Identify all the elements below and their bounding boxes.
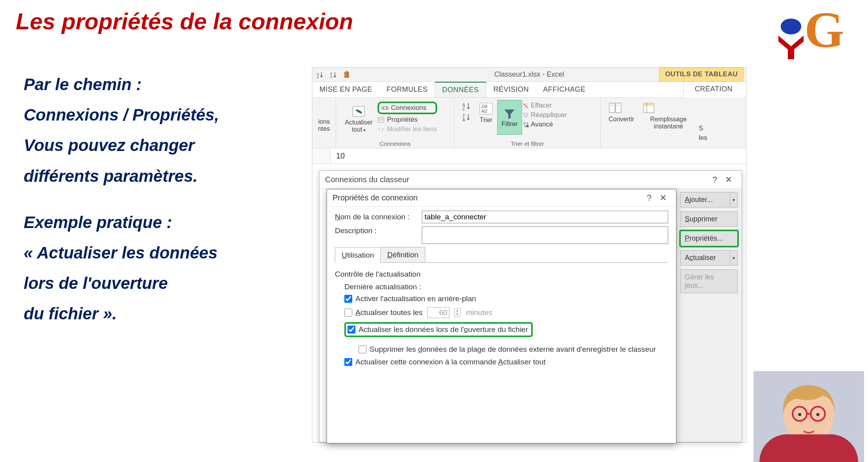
group-label: Trier et filtrer bbox=[455, 140, 600, 147]
funnel-icon bbox=[503, 107, 516, 121]
proprietes-button[interactable]: Propriétés bbox=[378, 116, 437, 124]
tab-mise-en-page[interactable]: MISE EN PAGE bbox=[312, 82, 380, 97]
sort-asc-button[interactable]: AZ bbox=[315, 69, 326, 80]
trier-button[interactable]: Z|AA|Z Trier bbox=[475, 100, 497, 124]
checkbox-label: Supprimer les données de la plage de don… bbox=[370, 345, 656, 354]
body-line: du fichier ». bbox=[24, 300, 292, 327]
body-line: différents paramètres. bbox=[24, 163, 292, 189]
body-line: Par le chemin : bbox=[24, 71, 292, 98]
actualiser-button[interactable]: Actualiser▾Actualiser bbox=[680, 250, 738, 266]
checkbox-refresh-all[interactable]: Actualiser cette connexion à la commande… bbox=[344, 358, 668, 366]
refresh-icon bbox=[340, 103, 378, 119]
sort-desc-button[interactable]: ZA bbox=[328, 69, 339, 80]
checkbox-bg-refresh[interactable]: Activer l'actualisation en arrière-plan bbox=[344, 294, 668, 303]
formula-bar: 10 bbox=[312, 148, 746, 164]
tab-formules[interactable]: FORMULES bbox=[380, 82, 435, 97]
close-button[interactable]: ✕ bbox=[656, 190, 671, 206]
svg-rect-34 bbox=[644, 103, 654, 106]
checkbox-interval[interactable]: Actualiser toutes les Actualiser toutes … bbox=[344, 307, 668, 318]
checkbox-label: Activer l'actualisation en arrière-plan bbox=[355, 294, 476, 303]
tab-definition[interactable]: Définition bbox=[380, 247, 425, 262]
checkbox-input[interactable] bbox=[344, 309, 352, 317]
tab-revision[interactable]: RÉVISION bbox=[486, 82, 536, 97]
svg-point-0 bbox=[781, 19, 801, 34]
tab-utilisation[interactable]: Utilisation bbox=[335, 247, 381, 263]
panel-content: Propriétés de connexion ? ✕ NNom de la c… bbox=[319, 189, 676, 442]
panel-title: Connexions du classeur bbox=[325, 175, 409, 184]
checkbox-input[interactable] bbox=[348, 326, 355, 334]
proprietes-connexion-dialog: Propriétés de connexion ? ✕ NNom de la c… bbox=[327, 189, 676, 443]
help-button[interactable]: ? bbox=[643, 190, 656, 206]
effacer-button[interactable]: Effacer bbox=[522, 102, 567, 109]
close-button[interactable]: ✕ bbox=[721, 172, 736, 187]
description-label: Description : bbox=[335, 226, 422, 235]
nom-input[interactable] bbox=[422, 211, 668, 223]
ribbon: ions ntes Actualiser tout ▾ Connexions P… bbox=[312, 98, 746, 148]
sort-desc-small[interactable]: ZA bbox=[462, 113, 472, 121]
tab-creation[interactable]: CRÉATION bbox=[683, 82, 744, 98]
svg-point-15 bbox=[383, 107, 384, 109]
tab-affichage[interactable]: AFFICHAGE bbox=[536, 82, 593, 97]
dropdown-arrow-icon[interactable]: ▾ bbox=[730, 251, 735, 265]
svg-rect-30 bbox=[616, 103, 621, 113]
reappliquer-button[interactable]: Réappliquer bbox=[522, 111, 567, 119]
checkbox-label: Actualiser toutes les bbox=[355, 308, 423, 317]
spinner-buttons[interactable]: ▲▼ bbox=[454, 308, 460, 317]
checkbox-input[interactable] bbox=[359, 345, 366, 353]
modifier-label: Modifier les liens bbox=[387, 125, 437, 133]
remplissage-button[interactable]: Remplissage instantané bbox=[638, 100, 699, 142]
connexions-button[interactable]: Connexions bbox=[378, 102, 437, 114]
body-line: Connexions / Propriétés, bbox=[24, 102, 292, 128]
clear-icon bbox=[522, 102, 529, 109]
filtrer-button[interactable]: Filtrer bbox=[497, 100, 522, 135]
body-line: Exemple pratique : bbox=[24, 209, 292, 236]
truncated-char: les bbox=[699, 134, 707, 142]
brand-logo: G bbox=[773, 4, 844, 59]
checkbox-refresh-on-open[interactable]: Actualiser les données lors de l'ouvertu… bbox=[344, 322, 533, 337]
group-label: Connexions bbox=[336, 140, 454, 147]
ribbon-group-connexions: Actualiser tout ▾ Connexions Propriétés … bbox=[336, 98, 455, 148]
help-button[interactable]: ? bbox=[708, 172, 721, 187]
checkbox-input[interactable] bbox=[344, 295, 352, 303]
proprietes-button[interactable]: Propriétés...Propriétés... bbox=[680, 231, 738, 246]
slide-title: Les propriétés de la connexion bbox=[16, 8, 353, 34]
convert-icon bbox=[609, 102, 634, 114]
advanced-icon bbox=[522, 121, 529, 128]
checkbox-label: Actualiser les données lors de l'ouvertu… bbox=[359, 325, 528, 334]
description-input[interactable] bbox=[422, 226, 668, 244]
truncated-label: ions bbox=[316, 118, 332, 125]
sort-asc-small[interactable]: AZ bbox=[462, 102, 472, 110]
refresh-all-button[interactable]: Actualiser tout ▾ bbox=[340, 100, 378, 133]
flashfill-icon bbox=[642, 102, 695, 114]
svg-point-16 bbox=[386, 107, 387, 109]
formula-value[interactable]: 10 bbox=[331, 151, 350, 160]
interval-spinner[interactable]: 60 bbox=[427, 307, 449, 318]
dropdown-arrow-icon[interactable]: ▾ bbox=[730, 192, 735, 207]
body-line: lors de l'ouverture bbox=[24, 270, 292, 296]
checkbox-remove-external[interactable]: Supprimer les données de la plage de don… bbox=[359, 345, 668, 354]
contextual-tab-label: OUTILS DE TABLEAU bbox=[659, 68, 744, 82]
supprimer-button[interactable]: SupprimerSupprimer bbox=[680, 211, 738, 227]
convertir-label: Convertir bbox=[609, 116, 634, 123]
convertir-button[interactable]: Convertir bbox=[605, 100, 638, 142]
avance-label: Avancé bbox=[531, 121, 553, 128]
controle-actualisation-group: Contrôle de l'actualisation Dernière act… bbox=[335, 270, 668, 366]
gerer-jeux-button: Gérer les jeux... bbox=[680, 270, 738, 293]
ajouter-button[interactable]: Ajouter...▾ Ajouter... bbox=[680, 192, 738, 207]
panel-titlebar: Connexions du classeur ? ✕ bbox=[319, 171, 742, 189]
dialog-titlebar: Propriétés de connexion ? ✕ bbox=[327, 189, 676, 207]
svg-point-6 bbox=[816, 413, 819, 416]
name-box[interactable] bbox=[312, 148, 331, 164]
paste-button[interactable] bbox=[342, 69, 353, 80]
ribbon-group-truncated: ions ntes bbox=[312, 98, 336, 148]
truncated-label: ntes bbox=[316, 125, 332, 132]
tab-donnees[interactable]: DONNÉES bbox=[435, 82, 487, 97]
svg-point-28 bbox=[526, 125, 529, 127]
proprietes-label: Propriétés bbox=[387, 116, 417, 124]
truncated-char: S bbox=[699, 124, 707, 132]
checkbox-input[interactable] bbox=[344, 358, 352, 366]
modifier-liens-button[interactable]: Modifier les liens bbox=[378, 125, 437, 133]
avance-button[interactable]: Avancé bbox=[522, 121, 567, 128]
svg-line-27 bbox=[523, 104, 528, 108]
svg-rect-29 bbox=[609, 103, 615, 113]
